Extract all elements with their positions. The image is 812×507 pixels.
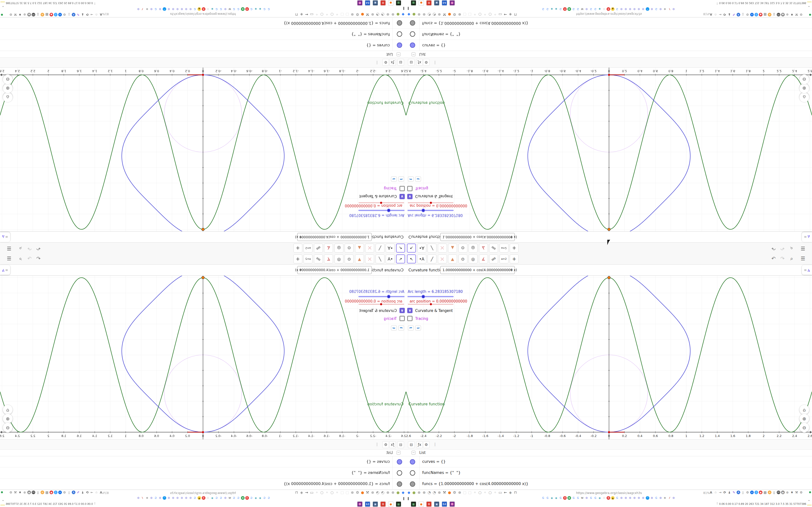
polygon-tool-button[interactable]: ▲ — [448, 243, 457, 252]
tab-favicon[interactable]: f — [667, 7, 671, 11]
extension-icon[interactable]: ▯ — [741, 490, 745, 494]
extension-icon[interactable]: ✎ — [732, 13, 736, 17]
tab-favicon[interactable]: ✪ — [637, 496, 641, 500]
extension-icon[interactable]: A — [99, 13, 103, 17]
perpendicular-line-tool-button[interactable]: ⤫ — [365, 255, 374, 264]
tab-favicon[interactable]: ⚙ — [663, 496, 667, 500]
tab-favicon[interactable]: G — [541, 7, 545, 11]
tab-favicon[interactable]: ✪ — [158, 7, 162, 11]
arc-length-slider-label[interactable]: Arc length = 6.283185307180 — [408, 289, 463, 294]
tab-favicon[interactable]: G — [219, 7, 223, 11]
tab-favicon[interactable]: ▲ — [197, 7, 201, 11]
arc-position-point[interactable] — [608, 431, 610, 433]
function-icon[interactable]: ƒx — [416, 59, 423, 66]
algebra-row-funcs[interactable]: funcs = {1.000000000000 + cos(4.00000000… — [0, 17, 406, 29]
apex-point[interactable] — [202, 228, 204, 231]
algebra-list-header-row[interactable]: − List — [406, 450, 812, 456]
tab-favicon[interactable]: Я — [563, 496, 567, 500]
extension-icon[interactable]: UD — [777, 13, 780, 17]
tab-favicon[interactable]: ✿ — [241, 7, 245, 11]
dropdown-caret-icon[interactable]: ▼ — [510, 233, 513, 241]
angle-tool-button[interactable]: ∡ — [324, 243, 333, 252]
slider-tool-button[interactable]: a=2 — [500, 255, 508, 264]
tab-favicon[interactable]: G — [654, 496, 658, 500]
tab-favicon[interactable]: ⚙ — [663, 7, 667, 11]
move-tool-button[interactable]: ↖ — [396, 255, 405, 264]
conic-tool-button[interactable]: ◎ — [469, 255, 477, 264]
tab-favicon[interactable]: ✪ — [585, 7, 589, 11]
tab-favicon[interactable]: ✪ — [637, 7, 641, 11]
tab-favicon[interactable]: ✪ — [642, 496, 645, 500]
algebra-row-curves[interactable]: curves = {} — [0, 40, 406, 51]
extension-icon[interactable]: ◉ — [50, 13, 53, 17]
move-tool-button[interactable]: ↖ — [407, 243, 416, 252]
arc-position-point[interactable] — [608, 74, 610, 76]
kebab-menu-icon[interactable]: ⋮ — [375, 60, 379, 65]
tab-favicon[interactable]: i — [602, 496, 606, 500]
tab-favicon[interactable]: G — [154, 7, 158, 11]
tab-favicon[interactable]: G — [267, 7, 271, 11]
pinned-tab-icon[interactable]: ⚙ — [380, 0, 386, 6]
tab-favicon[interactable]: ◉ — [258, 7, 262, 11]
algebra-list-header-row[interactable]: − List — [0, 51, 406, 57]
extension-icon[interactable]: + — [58, 13, 62, 17]
kebab-menu-icon[interactable]: ⋮ — [433, 442, 437, 447]
search-icon[interactable]: ⌕ — [19, 245, 22, 251]
extension-icon[interactable]: ⊛ — [41, 491, 44, 494]
reflect-tool-button[interactable]: ☍ — [489, 243, 498, 252]
extension-icon[interactable]: ◉ — [759, 13, 762, 17]
tab-favicon[interactable]: ⚙ — [145, 7, 149, 11]
pinned-tab-icon[interactable]: ● — [388, 0, 394, 6]
polygon-tool-button[interactable]: ▲ — [355, 243, 364, 252]
extension-icon[interactable]: ⚙ — [799, 13, 803, 17]
tab-favicon[interactable]: ▲ — [197, 496, 201, 500]
extension-icon[interactable]: ☆ — [714, 13, 717, 17]
tab-favicon[interactable]: G — [193, 496, 197, 500]
zoom-out-button[interactable]: ⊖ — [800, 74, 809, 84]
tab-favicon[interactable]: ◉ — [254, 496, 258, 500]
function-icon[interactable]: ƒx — [389, 441, 396, 448]
function-icon[interactable]: ƒx — [416, 441, 423, 448]
curvature-tangent-checkbox[interactable]: ∨ — [400, 308, 405, 313]
algebra-style-icon[interactable]: ⊟ — [397, 441, 404, 448]
tab-favicon[interactable]: ✪ — [137, 496, 140, 500]
extension-icon[interactable]: + — [750, 491, 754, 494]
graphics-stylebar-button[interactable]: ≡ ◮ — [0, 265, 10, 275]
reflect-tool-button[interactable]: ☍ — [489, 255, 498, 264]
tab-favicon[interactable]: G — [589, 496, 593, 500]
graphics-view[interactable]: -2.6-2.4-2.2-2-1.8-1.6-1.4-1.2-1-0.8-0.6… — [0, 68, 406, 231]
collapse-icon[interactable]: − — [397, 451, 400, 455]
extension-icon[interactable]: ▤ — [45, 490, 49, 494]
redo-icon[interactable]: ↷ — [780, 245, 785, 251]
visibility-toggle-funcs[interactable] — [410, 482, 415, 487]
tab-favicon[interactable]: ” — [163, 496, 166, 500]
tab-favicon[interactable]: ◉ — [554, 496, 558, 500]
tab-favicon[interactable]: ✪ — [624, 496, 627, 500]
arc-length-slider-handle[interactable] — [387, 209, 391, 212]
extension-icon[interactable]: ⚙ — [799, 490, 803, 494]
algebra-row-funcNames[interactable]: funcNames = {" "} — [0, 467, 406, 478]
extension-icon[interactable]: ◉ — [27, 491, 31, 494]
visibility-toggle-curves[interactable] — [397, 459, 402, 464]
pinned-tab-icon[interactable]: ▦ — [396, 0, 401, 6]
curve-label[interactable]: Curvature function — [408, 402, 445, 406]
slider-tool-button[interactable]: a=2 — [304, 243, 313, 252]
extension-icon[interactable]: ▯ — [741, 13, 745, 17]
reflect-tool-button[interactable]: ☍ — [314, 243, 323, 252]
arc-position-slider-handle[interactable] — [430, 303, 432, 305]
tracing-checkbox[interactable] — [407, 186, 412, 191]
tab-favicon[interactable]: G — [250, 496, 253, 500]
hamburger-menu-icon[interactable]: ☰ — [801, 256, 805, 262]
extension-icon[interactable]: ⟳ — [723, 13, 727, 17]
tab-favicon[interactable]: f — [141, 496, 145, 500]
extension-icon[interactable]: ▯ — [67, 13, 71, 17]
extension-icon[interactable]: ⇩ — [755, 491, 758, 494]
graphics-stylebar-button[interactable]: ≡ ◮ — [802, 265, 812, 275]
skip-to-start-button[interactable]: ⏮ — [398, 176, 404, 181]
tab-favicon[interactable]: G — [263, 7, 266, 11]
tab-favicon[interactable]: ✪ — [672, 7, 675, 11]
function-input[interactable]: 1.000000000000 + cos(4.000000000000 x) ▼ — [297, 233, 372, 241]
arc-position-slider-label[interactable]: arc position = 0.000000000000 — [410, 299, 467, 303]
visibility-toggle-funcNames[interactable] — [397, 470, 402, 475]
tab-favicon[interactable]: Я — [202, 7, 205, 11]
